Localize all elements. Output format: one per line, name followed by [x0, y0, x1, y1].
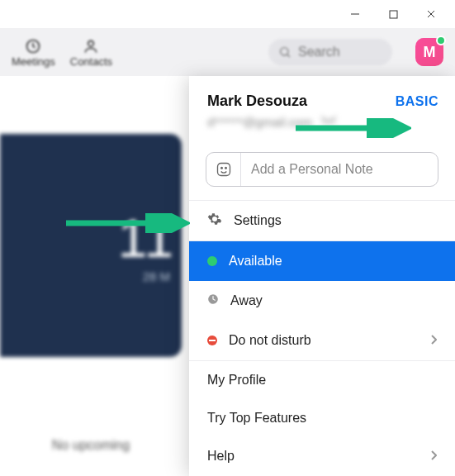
menu-my-profile[interactable]: My Profile	[189, 361, 455, 399]
clock-date: 28 M	[143, 269, 170, 283]
status-available-label: Available	[229, 254, 282, 269]
menu-try-top-label: Try Top Features	[207, 411, 306, 426]
svg-point-6	[281, 48, 288, 55]
maximize-icon	[389, 10, 398, 19]
hide-email-icon[interactable]	[320, 115, 337, 129]
svg-point-14	[225, 168, 226, 169]
status-do-not-disturb[interactable]: Do not disturb	[189, 321, 455, 360]
search-placeholder: Search	[298, 45, 340, 60]
tab-contacts[interactable]: Contacts	[70, 37, 112, 68]
tab-contacts-label: Contacts	[70, 55, 112, 68]
chevron-right-icon	[430, 333, 437, 348]
window-minimize-button[interactable]	[336, 2, 374, 26]
contacts-icon	[82, 37, 100, 55]
tab-meetings[interactable]: Meetings	[12, 37, 55, 68]
status-dnd-icon	[207, 336, 217, 345]
window-maximize-button[interactable]	[374, 2, 412, 26]
plan-badge: BASIC	[396, 94, 438, 109]
minimize-icon	[350, 9, 360, 19]
home-clock-card: 11 28 M	[0, 134, 182, 357]
clock-time: 11	[118, 208, 170, 269]
status-dnd-label: Do not disturb	[229, 333, 311, 348]
svg-line-11	[333, 121, 334, 123]
status-away-icon	[207, 293, 219, 308]
window-close-button[interactable]	[412, 2, 450, 26]
menu-my-profile-label: My Profile	[207, 373, 266, 388]
svg-rect-1	[390, 11, 397, 18]
tab-meetings-label: Meetings	[12, 55, 55, 68]
presence-indicator	[436, 36, 446, 45]
user-email: d******@gmail.com	[207, 115, 312, 129]
chevron-right-icon	[430, 449, 437, 464]
close-icon	[426, 9, 436, 19]
personal-note-field[interactable]: Add a Personal Note	[206, 152, 438, 187]
menu-try-top-features[interactable]: Try Top Features	[189, 399, 455, 437]
menu-help-label: Help	[207, 449, 235, 464]
gear-icon	[207, 212, 222, 230]
svg-point-13	[220, 168, 222, 169]
search-input[interactable]: Search	[268, 39, 392, 65]
search-icon	[278, 45, 291, 59]
no-upcoming-text: No upcoming	[0, 438, 182, 453]
emoji-icon[interactable]	[206, 153, 241, 186]
personal-note-placeholder: Add a Personal Note	[241, 162, 438, 177]
profile-dropdown: Mark Desouza BASIC d******@gmail.com Add…	[189, 76, 455, 476]
svg-line-9	[323, 121, 325, 123]
menu-settings-label: Settings	[234, 213, 282, 228]
status-available[interactable]: Available	[189, 241, 455, 281]
svg-point-5	[88, 40, 94, 46]
status-away[interactable]: Away	[189, 281, 455, 321]
top-bar: Meetings Contacts Search M	[0, 28, 455, 76]
menu-help[interactable]: Help	[189, 437, 455, 475]
window-titlebar	[0, 0, 455, 28]
svg-line-7	[287, 55, 290, 57]
clock-icon	[24, 37, 42, 55]
status-away-label: Away	[230, 293, 263, 308]
user-name: Mark Desouza	[207, 93, 307, 110]
svg-rect-12	[217, 164, 230, 176]
menu-settings[interactable]: Settings	[189, 201, 455, 240]
status-available-icon	[207, 256, 217, 266]
profile-avatar[interactable]: M	[415, 38, 443, 66]
avatar-initial: M	[424, 44, 436, 61]
